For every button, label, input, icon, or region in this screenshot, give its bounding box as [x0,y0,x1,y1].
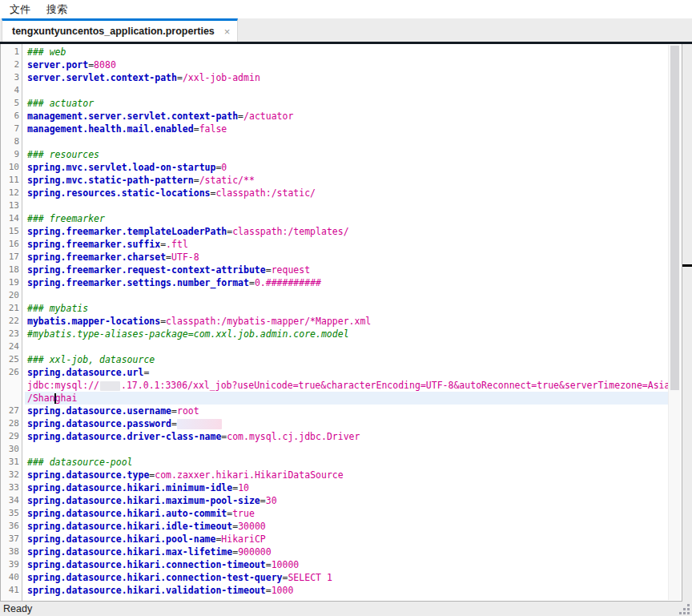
code-line[interactable]: 8 [1,135,669,148]
close-icon[interactable]: × [224,26,231,37]
line-number: 17 [1,251,25,264]
token-val: HikariCP [221,533,265,545]
line-number: 29 [1,430,25,443]
token-key: spring.datasource.hikari.auto-commit [27,508,227,519]
code-text: spring.datasource.hikari.validation-time… [25,584,669,597]
editor-surface[interactable]: 1### web2server.port=80803server.servlet… [0,44,682,602]
token-val: /Shan [27,393,55,404]
line-number: 15 [1,225,25,238]
code-text: spring.datasource.url= [25,366,669,379]
line-number: 39 [1,558,25,571]
code-line[interactable]: 23#mybatis.type-aliases-package=com.xxl.… [1,328,669,340]
code-line[interactable]: 25### xxl-job, datasource [1,353,669,366]
code-line[interactable]: 10spring.mvc.servlet.load-on-startup=0 [1,161,669,174]
token-key: mybatis.mapper-locations [27,316,160,327]
code-line[interactable]: 40spring.datasource.hikari.connection-te… [1,571,669,584]
editor-lines: 1### web2server.port=80803server.servlet… [1,46,669,597]
code-line[interactable]: 28spring.datasource.password= [1,417,669,430]
code-line[interactable]: 27spring.datasource.username=root [1,405,669,417]
code-line[interactable]: 21### mybatis [1,302,669,315]
code-line[interactable]: 26spring.datasource.url= [1,366,669,379]
line-number: 20 [1,289,25,302]
code-line[interactable]: 12spring.resources.static-locations=clas… [1,187,669,199]
code-line[interactable]: 41spring.datasource.hikari.validation-ti… [1,584,669,597]
code-line[interactable]: 7management.health.mail.enabled=false [1,123,669,135]
code-line[interactable]: 14### freemarker [1,212,669,225]
code-line[interactable]: 34spring.datasource.hikari.maximum-pool-… [1,494,669,507]
line-number: 16 [1,238,25,251]
token-key: server.port [27,59,88,70]
code-line[interactable]: 37spring.datasource.hikari.pool-name=Hik… [1,533,669,546]
code-text: spring.datasource.hikari.auto-commit=tru… [25,507,669,520]
token-val: com.zaxxer.hikari.HikariDataSource [155,469,343,481]
token-val: 0.########## [255,277,321,288]
token-eq: = [249,277,255,288]
code-line[interactable]: 29spring.datasource.driver-class-name=co… [1,430,669,443]
redacted-value [100,381,120,391]
code-line[interactable]: 11spring.mvc.static-path-pattern=/static… [1,174,669,187]
code-text [25,199,669,212]
code-line[interactable]: 20 [1,289,669,302]
code-line[interactable]: 3server.servlet.context-path=/xxl-job-ad… [1,71,669,84]
code-line[interactable]: 22mybatis.mapper-locations=classpath:/my… [1,315,669,328]
code-line[interactable]: 39spring.datasource.hikari.connection-ti… [1,558,669,571]
code-line[interactable]: 5### actuator [1,97,669,110]
code-line[interactable]: 6management.server.servlet.context-path=… [1,110,669,123]
code-text [25,289,669,302]
token-comment: #mybatis.type-aliases-package=com.xxl.jo… [27,328,349,340]
token-key: spring.datasource.hikari.minimum-idle [27,482,232,493]
code-text: spring.datasource.hikari.maximum-pool-si… [25,494,669,507]
code-line[interactable]: 15spring.freemarker.templateLoaderPath=c… [1,225,669,238]
token-val: classpath:/static/ [215,187,316,199]
code-line[interactable]: 33spring.datasource.hikari.minimum-idle=… [1,481,669,494]
token-key: server.servlet.context-path [27,72,177,83]
resize-grip-icon[interactable] [679,612,682,614]
code-line[interactable]: 36spring.datasource.hikari.idle-timeout=… [1,520,669,533]
menu-item-search[interactable]: 搜索 [38,0,75,19]
code-line[interactable]: /Shanghai [1,392,669,405]
line-number: 35 [1,507,25,520]
code-text [25,340,669,353]
code-text [25,135,669,148]
status-bar: Ready [0,602,692,616]
tab-properties-file[interactable]: tengxuntyuncentos_application.properties… [2,18,238,42]
line-number: 18 [1,264,25,276]
code-line[interactable]: 16spring.freemarker.suffix=.ftl [1,238,669,251]
token-eq: = [238,111,243,122]
menu-bar: 文件 搜索 [0,0,692,18]
token-key: spring.datasource.hikari.maximum-pool-si… [27,495,260,506]
token-val: .17.0.1:3306/xxl_job?useUnicode=true&cha… [121,380,669,391]
code-line[interactable]: jdbc:mysql://.17.0.1:3306/xxl_job?useUni… [1,379,669,392]
line-number: 30 [1,443,25,456]
code-line[interactable]: 19spring.freemarker.settings.number_form… [1,276,669,289]
code-line[interactable]: 32spring.datasource.type=com.zaxxer.hika… [1,469,669,481]
code-text: ### web [25,46,669,58]
code-line[interactable]: 2server.port=8080 [1,58,669,71]
code-line[interactable]: 35spring.datasource.hikari.auto-commit=t… [1,507,669,520]
code-line[interactable]: 38spring.datasource.hikari.max-lifetime=… [1,546,669,558]
line-number: 27 [1,405,25,417]
token-key: spring.freemarker.settings.number_format [27,277,249,288]
token-val: ghai [55,393,78,404]
code-line[interactable]: 18spring.freemarker.request-context-attr… [1,264,669,276]
code-text: spring.datasource.type=com.zaxxer.hikari… [25,469,669,481]
code-text: spring.datasource.password= [25,417,669,430]
token-key: spring.datasource.hikari.pool-name [27,533,215,545]
code-text: spring.resources.static-locations=classp… [25,187,669,199]
code-line[interactable]: 24 [1,340,669,353]
token-key: spring.datasource.hikari.max-lifetime [27,546,232,558]
code-line[interactable]: 30 [1,443,669,456]
menu-item-file[interactable]: 文件 [2,0,38,19]
code-line[interactable]: 31### datasource-pool [1,456,669,469]
scrollbar-thumb[interactable] [670,46,679,390]
code-line[interactable]: 9### resources [1,148,669,161]
code-line[interactable]: 4 [1,84,669,97]
code-line[interactable]: 1### web [1,46,669,58]
line-number: 8 [1,135,25,148]
token-key: management.health.mail.enabled [27,123,194,135]
vertical-scrollbar[interactable] [668,45,681,600]
line-number: 3 [1,71,25,84]
code-text: ### resources [25,148,669,161]
code-line[interactable]: 17spring.freemarker.charset=UTF-8 [1,251,669,264]
code-line[interactable]: 13 [1,199,669,212]
